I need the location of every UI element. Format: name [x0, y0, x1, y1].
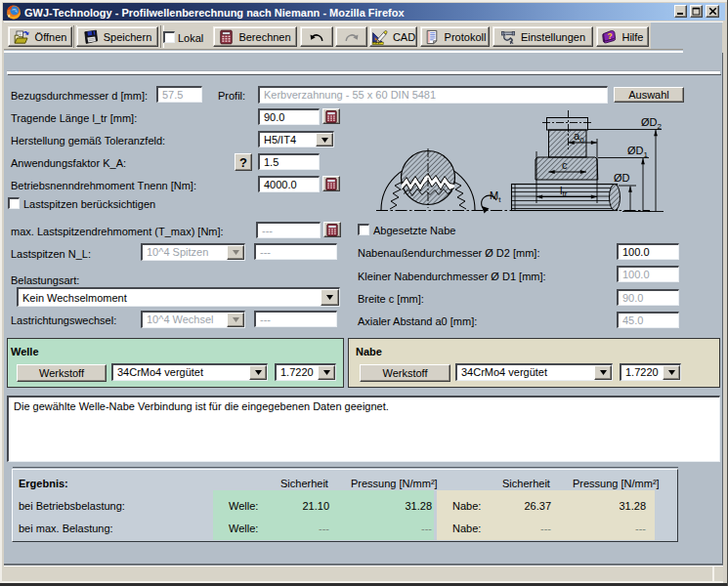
- svg-text:ØD: ØD: [614, 172, 630, 184]
- svg-text:c: c: [562, 159, 568, 171]
- svg-text:?: ?: [608, 31, 613, 41]
- svg-text:ØD1: ØD1: [627, 145, 649, 159]
- svg-text:Mt: Mt: [490, 189, 501, 204]
- svg-text:ØD2: ØD2: [641, 116, 663, 131]
